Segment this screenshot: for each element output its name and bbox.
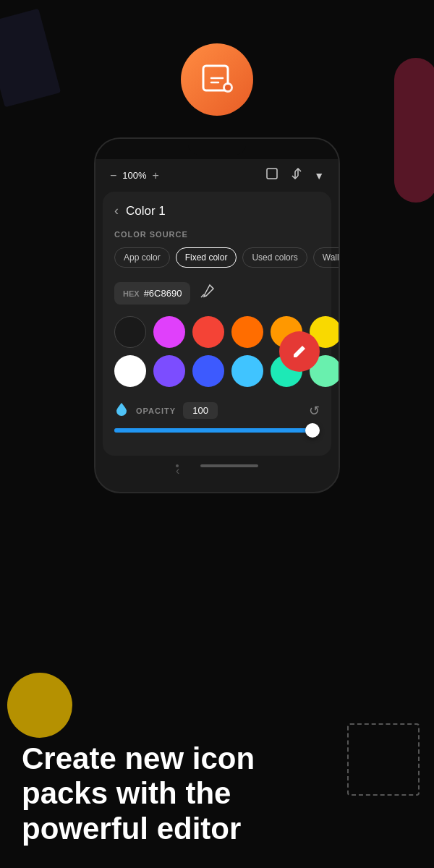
tab-fixed-color[interactable]: Fixed color [176, 247, 237, 268]
eyedropper-button[interactable] [199, 284, 215, 303]
svg-point-2 [225, 85, 231, 90]
opacity-slider[interactable] [114, 428, 320, 433]
swatch-red[interactable] [192, 316, 224, 348]
bottom-text-section: Create new icon packs with the powerful … [22, 741, 412, 846]
nav-home-bar [200, 464, 258, 467]
zoom-minus[interactable]: − [110, 169, 116, 182]
swatch-orange[interactable] [231, 316, 263, 348]
bg-decoration-bottomleft [7, 673, 72, 738]
bg-decoration-topleft [0, 9, 61, 108]
nav-back-indicator: ‹ [176, 464, 179, 467]
phone-bottom-nav: ‹ [95, 456, 339, 470]
slider-thumb[interactable] [305, 423, 320, 438]
color-panel-header: ‹ Color 1 [114, 203, 320, 218]
app-icon[interactable] [181, 43, 253, 116]
swatch-white[interactable] [114, 355, 146, 387]
tab-used-colors[interactable]: Used colors [242, 247, 307, 268]
slider-fill [114, 428, 310, 433]
tab-wallpaper[interactable]: Wallpaper [313, 247, 340, 268]
crop-icon[interactable] [265, 166, 279, 184]
zoom-level: 100% [122, 170, 146, 181]
toolbar: − 100% + ▼ [95, 159, 339, 192]
opacity-row: OPACITY ↺ [114, 401, 320, 420]
opacity-label: OPACITY [136, 407, 176, 415]
tab-app-color[interactable]: App color [114, 247, 170, 268]
color-source-label: COLOR SOURCE [114, 230, 320, 239]
pencil-icon [292, 344, 307, 359]
swatches-grid [114, 316, 320, 387]
toolbar-right: ▼ [265, 166, 324, 184]
hex-value: #6C8690 [144, 288, 182, 299]
bottom-headline: Create new icon packs with the powerful … [22, 741, 412, 846]
swatch-blue[interactable] [192, 355, 224, 387]
back-button[interactable]: ‹ [114, 203, 119, 218]
color-source-tabs: App color Fixed color Used colors Wallpa… [114, 247, 320, 268]
zoom-plus[interactable]: + [153, 169, 159, 182]
toolbar-left: − 100% + [110, 169, 159, 182]
phone-body: − 100% + ▼ [94, 137, 340, 493]
headline-line2: packs with the [22, 776, 231, 810]
opacity-icon [114, 401, 129, 420]
swatch-lightblue[interactable] [231, 355, 263, 387]
edit-color-button[interactable] [279, 331, 320, 372]
reset-button[interactable]: ↺ [309, 403, 320, 419]
headline-line1: Create new icon [22, 741, 255, 775]
swatch-purple[interactable] [153, 355, 185, 387]
hex-input-container[interactable]: HEX #6C8690 [114, 282, 190, 305]
swatch-black[interactable] [114, 316, 146, 348]
headline-line3: powerful editor [22, 812, 241, 846]
more-icon[interactable]: ▼ [314, 170, 324, 182]
hex-row: HEX #6C8690 [114, 282, 320, 305]
app-icon-svg [197, 60, 237, 100]
svg-rect-5 [267, 169, 277, 179]
color-panel: ‹ Color 1 COLOR SOURCE App color Fixed c… [103, 192, 331, 456]
bg-decoration-topright [394, 58, 434, 203]
phone-container: − 100% + ▼ [94, 0, 340, 493]
swatch-pink[interactable] [153, 316, 185, 348]
transform-icon[interactable] [289, 166, 304, 184]
color-panel-title: Color 1 [126, 204, 166, 218]
phone-notch [188, 143, 246, 155]
opacity-input[interactable] [183, 402, 218, 419]
hex-label: HEX [123, 289, 140, 298]
phone-notch-area [95, 139, 339, 159]
